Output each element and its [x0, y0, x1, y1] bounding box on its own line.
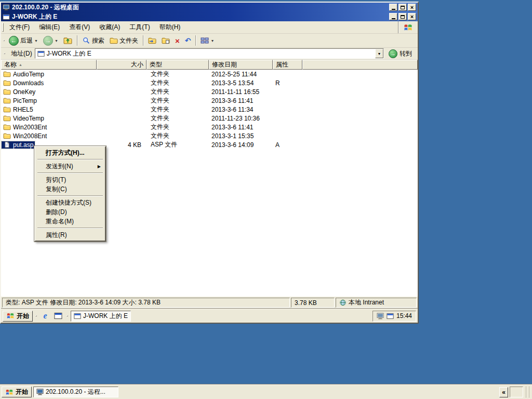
search-button[interactable]: 搜索	[80, 35, 107, 46]
context-menu: 打开方式(H)... 发送到(N) ▶ 剪切(T) 复制(C) 创建快捷方式(S…	[34, 146, 106, 242]
folder-icon	[3, 97, 11, 104]
views-dropdown-icon: ▼	[210, 39, 214, 43]
remote-start-button[interactable]: 开始	[3, 311, 33, 322]
folder-icon	[3, 115, 11, 122]
menu-separator	[37, 159, 103, 160]
rdp-titlebar[interactable]: 202.100.0.20 - 远程桌面 ×	[1, 3, 418, 12]
views-button[interactable]: ▼	[198, 36, 216, 45]
remote-taskbar: 开始 e J-WORK 上的 E 15:44	[1, 309, 418, 323]
move-to-button[interactable]	[146, 36, 158, 45]
delete-button[interactable]: ×	[173, 36, 182, 46]
address-dropdown-button[interactable]: ▼	[375, 49, 383, 58]
remote-task-button-explorer[interactable]: J-WORK 上的 E	[71, 311, 131, 322]
file-row-rhel5[interactable]: RHEL5 文件夹 2013-3-6 11:34	[1, 105, 418, 114]
file-row-win2003ent[interactable]: Win2003Ent 文件夹 2013-3-6 11:41	[1, 123, 418, 131]
file-row-win2008ent[interactable]: Win2008Ent 文件夹 2013-3-1 15:35	[1, 131, 418, 140]
taskbar-grip	[35, 315, 37, 316]
quick-launch-ie-icon[interactable]: e	[39, 311, 51, 322]
address-value: J-WORK 上的 E	[47, 49, 373, 58]
back-dropdown-icon[interactable]: ▼	[34, 39, 38, 43]
explorer-titlebar[interactable]: J-WORK 上的 E ×	[1, 12, 418, 21]
folder-icon	[3, 71, 11, 77]
host-start-button[interactable]: 开始	[2, 387, 32, 397]
explorer-minimize-button[interactable]	[389, 13, 397, 20]
taskbar-grip	[66, 315, 68, 316]
menu-bar: 文件(F) 编辑(E) 查看(V) 收藏(A) 工具(T) 帮助(H)	[1, 21, 418, 34]
explorer-window-icon	[3, 14, 10, 20]
context-menu-item-delete[interactable]: 删除(D)	[36, 207, 104, 217]
column-header-type[interactable]: 类型	[147, 60, 209, 70]
rdp-minimize-button[interactable]	[389, 4, 397, 11]
tray-collapse-button[interactable]: «	[499, 387, 508, 397]
up-button[interactable]	[61, 35, 74, 46]
column-header-filler	[302, 60, 418, 70]
column-header-size[interactable]: 大小	[97, 60, 147, 70]
toolbar-grip[interactable]	[3, 40, 5, 41]
rdp-restore-button[interactable]	[398, 4, 407, 11]
menu-favorites[interactable]: 收藏(A)	[95, 21, 125, 33]
context-menu-item-cut[interactable]: 剪切(T)	[36, 175, 104, 184]
folder-icon	[3, 132, 11, 139]
address-input[interactable]: J-WORK 上的 E ▼	[35, 48, 384, 59]
menu-separator	[37, 172, 103, 174]
undo-icon: ↶	[185, 37, 191, 44]
status-selection-info: 类型: ASP 文件 修改日期: 2013-3-6 14:09 大小: 3.78…	[2, 298, 290, 308]
tray-rdp-icon[interactable]	[377, 313, 384, 320]
context-menu-item-copy[interactable]: 复制(C)	[36, 184, 104, 194]
status-size: 3.78 KB	[291, 298, 335, 308]
folder-icon	[3, 124, 11, 130]
tray-network-icon[interactable]	[387, 313, 394, 320]
undo-button[interactable]: ↶	[183, 36, 193, 45]
remote-clock: 15:44	[396, 312, 412, 320]
asp-file-icon	[3, 141, 11, 148]
remote-system-tray: 15:44	[373, 311, 416, 322]
back-button[interactable]: ← 后退 ▼	[7, 35, 40, 47]
explorer-close-button[interactable]: ×	[408, 13, 416, 20]
intranet-globe-icon	[339, 299, 347, 306]
file-row-pictemp[interactable]: PicTemp 文件夹 2013-3-6 11:41	[1, 96, 418, 105]
forward-icon: →	[43, 36, 53, 46]
windows-logo	[398, 21, 418, 33]
search-label: 搜索	[92, 36, 104, 45]
file-row-onekey[interactable]: OneKey 文件夹 2011-11-11 16:55	[1, 87, 418, 96]
rdp-close-button[interactable]: ×	[408, 4, 416, 11]
toolbar-separator	[143, 35, 143, 46]
folders-button[interactable]: 文件夹	[108, 35, 140, 46]
context-menu-item-open-with[interactable]: 打开方式(H)...	[36, 148, 104, 157]
context-menu-item-properties[interactable]: 属性(R)	[36, 230, 104, 240]
column-header-modified[interactable]: 修改日期	[209, 60, 273, 70]
toolbar-separator	[77, 35, 77, 46]
desktop-icon	[54, 312, 62, 320]
taskbar-resize-grip[interactable]	[526, 387, 529, 397]
explorer-restore-button[interactable]	[398, 13, 407, 20]
rdp-window-title: 202.100.0.20 - 远程桌面	[12, 3, 387, 12]
file-row-videotemp[interactable]: VideoTemp 文件夹 2011-11-23 10:36	[1, 114, 418, 123]
status-bar: 类型: ASP 文件 修改日期: 2013-3-6 14:09 大小: 3.78…	[1, 297, 418, 309]
menu-help[interactable]: 帮助(H)	[155, 21, 185, 33]
column-header-row: 名称 ▲ 大小 类型 修改日期 属性	[1, 60, 418, 70]
forward-button[interactable]: → ▼	[41, 35, 60, 47]
context-menu-item-send-to[interactable]: 发送到(N) ▶	[36, 162, 104, 171]
file-row-audiotemp[interactable]: AudioTemp 文件夹 2012-5-25 11:44	[1, 70, 418, 78]
explorer-window-title: J-WORK 上的 E	[12, 12, 387, 21]
address-bar: 地址(D) J-WORK 上的 E ▼ → 转到	[1, 48, 418, 60]
menu-tools[interactable]: 工具(T)	[125, 21, 154, 33]
menu-view[interactable]: 查看(V)	[64, 21, 95, 33]
copy-to-button[interactable]	[159, 36, 172, 45]
sort-ascending-icon: ▲	[19, 63, 22, 66]
context-menu-item-rename[interactable]: 重命名(M)	[36, 217, 104, 226]
host-task-button-rdp[interactable]: 202.100.0.20 - 远程...	[33, 387, 118, 397]
go-icon: →	[389, 49, 397, 58]
menu-edit[interactable]: 编辑(E)	[34, 21, 64, 33]
file-row-downloads[interactable]: Downloads 文件夹 2013-3-5 13:54 R	[1, 78, 418, 87]
menu-file[interactable]: 文件(F)	[5, 21, 34, 33]
go-button[interactable]: → 转到	[387, 49, 416, 58]
column-header-attributes[interactable]: 属性	[273, 60, 302, 70]
toolbar-grip[interactable]	[2, 23, 4, 32]
context-menu-item-create-shortcut[interactable]: 创建快捷方式(S)	[36, 198, 104, 207]
column-header-name[interactable]: 名称 ▲	[1, 60, 97, 70]
toolbar-grip[interactable]	[4, 53, 5, 54]
quick-launch-show-desktop-icon[interactable]	[52, 311, 64, 322]
forward-dropdown-icon[interactable]: ▼	[55, 39, 58, 43]
copy-to-icon	[162, 37, 170, 44]
